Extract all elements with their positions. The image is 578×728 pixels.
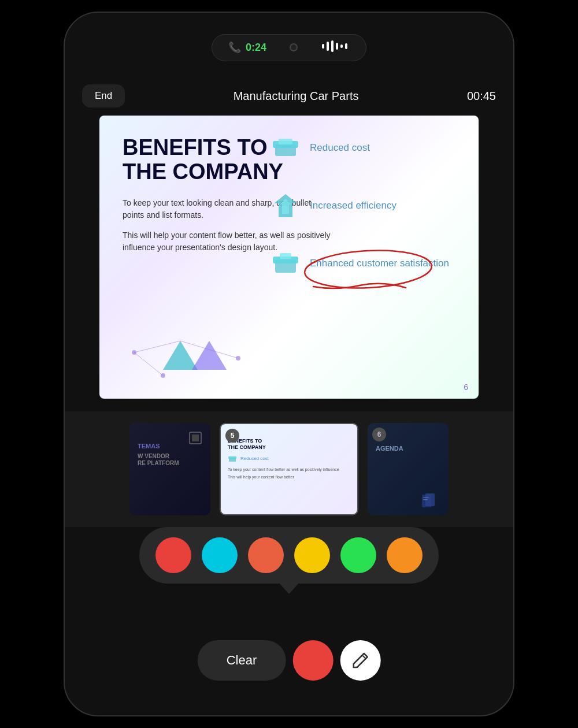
call-time: 0:24: [246, 42, 266, 54]
circle-annotation: [302, 247, 435, 294]
thumb-3-title: AGENDA: [376, 445, 440, 452]
svg-rect-26: [228, 456, 236, 459]
svg-rect-29: [423, 497, 429, 498]
benefit-item-3: Enhanced customer satisfaction: [271, 248, 455, 278]
svg-line-19: [134, 352, 163, 376]
call-indicator: 📞 0:24: [228, 41, 266, 54]
svg-line-17: [134, 341, 180, 352]
svg-point-20: [132, 350, 136, 355]
color-orange-red[interactable]: [248, 537, 284, 573]
thumb-1-subtitle: W VENDORRE PLATFORM: [138, 453, 202, 467]
svg-point-22: [161, 373, 165, 378]
svg-rect-1: [327, 42, 329, 51]
color-green[interactable]: [340, 537, 376, 573]
thumbnails-strip: TEMAS W VENDORRE PLATFORM 5 BENEFITS TOT…: [65, 411, 513, 527]
camera-dot: [290, 43, 298, 51]
slide-right: Reduced cost Increased efficiency: [271, 133, 455, 306]
svg-rect-2: [331, 40, 334, 52]
svg-rect-0: [322, 44, 324, 49]
timer: 00:45: [467, 90, 496, 103]
bottom-toolbar: Clear: [198, 640, 381, 681]
color-cyan[interactable]: [202, 537, 238, 573]
svg-rect-24: [192, 434, 199, 441]
svg-rect-3: [336, 43, 338, 50]
status-bar: 📞 0:24: [65, 13, 513, 82]
svg-rect-30: [423, 499, 428, 500]
slide-content: BENEFITS TO THE COMPANY To keep your tex…: [99, 116, 479, 399]
thumb-3-badge: 6: [372, 428, 386, 441]
svg-marker-15: [163, 341, 198, 370]
top-bar: End Manufacturing Car Parts 00:45: [65, 76, 513, 116]
svg-point-21: [236, 356, 240, 361]
pencil-icon: [351, 651, 369, 670]
status-pill: 📞 0:24: [212, 34, 366, 61]
benefit-icon-3: [271, 248, 301, 278]
slide-title: Manufacturing Car Parts: [234, 90, 359, 103]
audio-wave-icon: [321, 39, 350, 56]
clear-button[interactable]: Clear: [198, 640, 286, 681]
thumb-2-heading: BENEFITS TOTHE COMPANY: [228, 438, 350, 451]
thumb-2-badge: 5: [225, 429, 239, 443]
benefit-2-label: Increased efficiency: [310, 200, 397, 211]
svg-rect-13: [280, 253, 291, 259]
benefit-item-2: Increased efficiency: [271, 191, 455, 221]
color-red[interactable]: [155, 537, 191, 573]
thumbnail-3[interactable]: 6 AGENDA: [368, 423, 449, 515]
benefit-1-label: Reduced cost: [310, 142, 370, 154]
svg-rect-4: [340, 44, 343, 48]
benefit-icon-2: [271, 191, 301, 221]
thumbnail-1[interactable]: TEMAS W VENDORRE PLATFORM: [129, 423, 210, 515]
color-picker-popup: [139, 527, 439, 584]
slide-decoration: [99, 295, 273, 387]
color-yellow[interactable]: [294, 537, 330, 573]
phone-icon: 📞: [228, 41, 241, 54]
benefit-item-1: Reduced cost: [271, 133, 455, 163]
thumbnail-2[interactable]: 5 BENEFITS TOTHE COMPANY Reduced cost To…: [220, 423, 358, 515]
svg-rect-5: [345, 43, 347, 49]
slide-container: BENEFITS TO THE COMPANY To keep your tex…: [99, 116, 479, 399]
color-orange[interactable]: [387, 537, 423, 573]
svg-rect-8: [279, 139, 292, 144]
pencil-tool-button[interactable]: [340, 640, 380, 681]
annotation-color-button[interactable]: [292, 640, 333, 681]
benefit-3-label: Enhanced customer satisfaction: [310, 258, 449, 269]
svg-point-14: [303, 247, 432, 291]
svg-marker-16: [192, 341, 227, 370]
svg-line-31: [362, 655, 365, 659]
end-button[interactable]: End: [82, 84, 125, 107]
phone-frame: 📞 0:24 End Manufacturing Car Parts 00:45: [64, 12, 514, 716]
slide-number: 6: [464, 382, 468, 392]
benefit-icon-1: [271, 133, 301, 163]
